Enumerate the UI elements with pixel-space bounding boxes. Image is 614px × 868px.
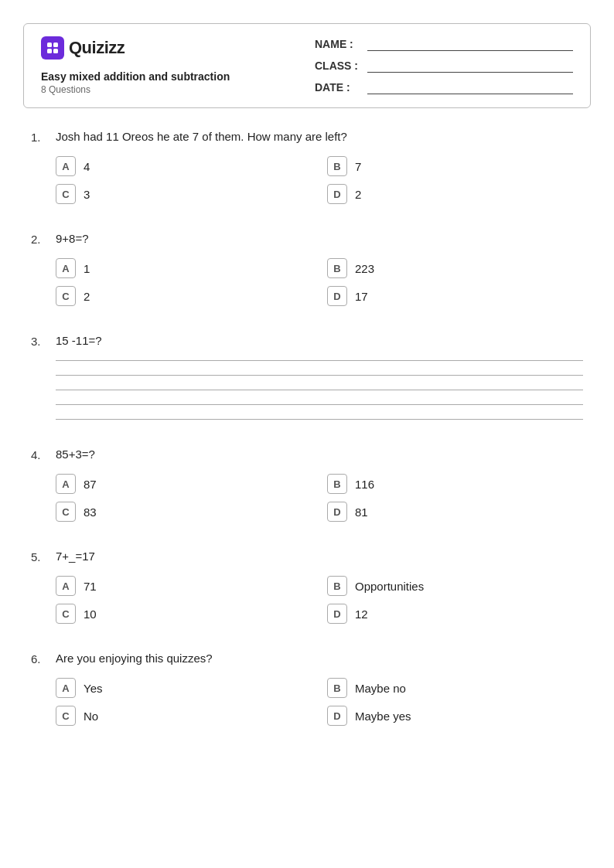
- option-letter-5-d: D: [327, 604, 347, 624]
- option-letter-6-b: B: [327, 678, 347, 698]
- logo-text: Quizizz: [69, 38, 125, 58]
- question-text-5: 7+_=17: [56, 550, 583, 563]
- question-block-4: 4.85+3=?A87B116C83D81: [31, 448, 583, 522]
- question-number-5: 5.: [31, 550, 56, 563]
- option-4-d[interactable]: D81: [327, 502, 583, 522]
- option-text-1-a: 4: [84, 160, 90, 173]
- option-6-c[interactable]: CNo: [56, 706, 312, 726]
- option-2-c[interactable]: C2: [56, 286, 312, 306]
- option-text-6-b: Maybe no: [355, 682, 406, 695]
- option-text-4-d: 81: [355, 505, 368, 519]
- question-block-6: 6.Are you enjoying this quizzes?AYesBMay…: [31, 652, 583, 726]
- option-letter-6-c: C: [56, 706, 76, 726]
- option-6-b[interactable]: BMaybe no: [327, 678, 583, 698]
- answer-line-3-4: [56, 404, 583, 405]
- questions-section: 1.Josh had 11 Oreos he ate 7 of them. Ho…: [23, 130, 591, 726]
- options-grid-5: A71BOpportunitiesC10D12: [56, 576, 583, 624]
- question-text-1: Josh had 11 Oreos he ate 7 of them. How …: [56, 130, 583, 143]
- option-letter-1-c: C: [56, 184, 76, 204]
- option-letter-2-d: D: [327, 286, 347, 306]
- name-line: [367, 37, 573, 51]
- option-1-c[interactable]: C3: [56, 184, 312, 204]
- option-letter-1-a: A: [56, 156, 76, 176]
- option-letter-6-d: D: [327, 706, 347, 726]
- option-letter-2-a: A: [56, 258, 76, 278]
- option-6-d[interactable]: DMaybe yes: [327, 706, 583, 726]
- option-letter-4-d: D: [327, 502, 347, 522]
- option-text-6-a: Yes: [84, 682, 102, 695]
- question-text-4: 85+3=?: [56, 448, 583, 461]
- question-block-3: 3.15 -11=?: [31, 334, 583, 420]
- option-text-1-c: 3: [84, 188, 90, 201]
- question-row-1: 1.Josh had 11 Oreos he ate 7 of them. Ho…: [31, 130, 583, 144]
- option-text-6-c: No: [84, 710, 98, 723]
- option-text-5-b: Opportunities: [355, 580, 424, 593]
- option-letter-4-a: A: [56, 474, 76, 494]
- option-text-1-b: 7: [355, 160, 361, 173]
- question-row-2: 2.9+8=?: [31, 232, 583, 246]
- question-number-3: 3.: [31, 334, 56, 348]
- option-text-4-c: 83: [84, 505, 97, 519]
- option-letter-4-c: C: [56, 502, 76, 522]
- question-row-3: 3.15 -11=?: [31, 334, 583, 348]
- option-text-1-d: 2: [355, 188, 361, 201]
- option-text-5-c: 10: [84, 608, 97, 621]
- date-label: DATE :: [315, 81, 361, 94]
- logo-icon: [41, 36, 64, 60]
- logo: Quizizz: [41, 36, 299, 60]
- option-4-a[interactable]: A87: [56, 474, 312, 494]
- question-block-1: 1.Josh had 11 Oreos he ate 7 of them. Ho…: [31, 130, 583, 204]
- option-letter-6-a: A: [56, 678, 76, 698]
- option-letter-1-b: B: [327, 156, 347, 176]
- name-label: NAME :: [315, 38, 361, 50]
- name-field-row: NAME :: [315, 37, 573, 51]
- svg-rect-0: [47, 43, 52, 47]
- option-5-a[interactable]: A71: [56, 576, 312, 596]
- options-grid-2: A1B223C2D17: [56, 258, 583, 306]
- question-text-2: 9+8=?: [56, 232, 583, 245]
- option-2-a[interactable]: A1: [56, 258, 312, 278]
- quiz-questions: 8 Questions: [41, 84, 299, 95]
- question-number-4: 4.: [31, 448, 56, 461]
- header-right: NAME : CLASS : DATE :: [299, 36, 573, 95]
- question-row-6: 6.Are you enjoying this quizzes?: [31, 652, 583, 665]
- page: Quizizz Easy mixed addition and subtract…: [0, 0, 614, 868]
- header-card: Quizizz Easy mixed addition and subtract…: [23, 23, 591, 108]
- class-label: CLASS :: [315, 60, 361, 72]
- class-line: [367, 59, 573, 73]
- header-left: Quizizz Easy mixed addition and subtract…: [41, 36, 299, 95]
- option-2-b[interactable]: B223: [327, 258, 583, 278]
- svg-rect-1: [53, 43, 58, 47]
- answer-line-3-1: [56, 360, 583, 361]
- option-letter-5-a: A: [56, 576, 76, 596]
- option-letter-1-d: D: [327, 184, 347, 204]
- options-grid-4: A87B116C83D81: [56, 474, 583, 522]
- option-text-2-c: 2: [84, 290, 90, 303]
- svg-rect-2: [47, 49, 52, 53]
- option-4-b[interactable]: B116: [327, 474, 583, 494]
- option-text-4-b: 116: [355, 478, 374, 491]
- option-text-2-b: 223: [355, 262, 374, 275]
- option-5-b[interactable]: BOpportunities: [327, 576, 583, 596]
- option-1-a[interactable]: A4: [56, 156, 312, 176]
- option-5-c[interactable]: C10: [56, 604, 312, 624]
- option-6-a[interactable]: AYes: [56, 678, 312, 698]
- options-grid-1: A4B7C3D2: [56, 156, 583, 204]
- option-2-d[interactable]: D17: [327, 286, 583, 306]
- options-grid-6: AYesBMaybe noCNoDMaybe yes: [56, 678, 583, 726]
- svg-rect-3: [53, 49, 58, 53]
- option-letter-5-b: B: [327, 576, 347, 596]
- option-4-c[interactable]: C83: [56, 502, 312, 522]
- answer-lines-3: [56, 360, 583, 420]
- date-line: [367, 80, 573, 94]
- option-text-5-d: 12: [355, 608, 368, 621]
- question-number-6: 6.: [31, 652, 56, 665]
- question-number-1: 1.: [31, 130, 56, 144]
- answer-line-3-3: [56, 390, 583, 390]
- option-5-d[interactable]: D12: [327, 604, 583, 624]
- option-text-2-a: 1: [84, 262, 90, 275]
- option-1-d[interactable]: D2: [327, 184, 583, 204]
- option-letter-2-b: B: [327, 258, 347, 278]
- question-block-2: 2.9+8=?A1B223C2D17: [31, 232, 583, 306]
- option-1-b[interactable]: B7: [327, 156, 583, 176]
